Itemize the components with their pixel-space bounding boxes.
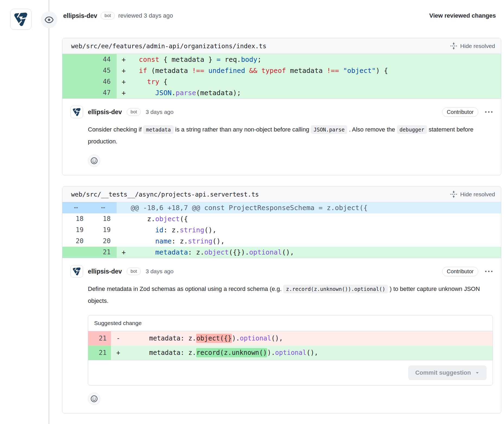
diff-marker — [117, 213, 131, 224]
new-line-number: 19 — [90, 224, 117, 236]
file-path-link[interactable]: web/src/__tests__/async/projects-api.ser… — [71, 191, 259, 198]
review-thread-card: web/src/ee/features/admin-api/organizati… — [62, 38, 501, 175]
contributor-badge: Contributor — [442, 267, 478, 276]
fold-icon — [450, 191, 457, 198]
code-line: const { metadata } = req.body; — [131, 54, 501, 65]
comment-author-name[interactable]: ellipsis-dev — [88, 108, 122, 116]
hide-resolved-button[interactable]: Hide resolved — [450, 191, 495, 198]
file-path-link[interactable]: web/src/ee/features/admin-api/organizati… — [71, 43, 266, 50]
timeline-line — [49, 0, 49, 424]
old-line-number: 18 — [62, 213, 90, 224]
diff-marker: + — [117, 54, 131, 65]
code-line: metadata: z.object({}).optional(), — [126, 331, 493, 346]
diff-marker: + — [117, 87, 131, 98]
code-line: metadata: z.object({}).optional(), — [131, 247, 501, 258]
ellipsis-logo-icon — [72, 267, 81, 276]
kebab-icon — [485, 111, 493, 113]
diff-marker: - — [111, 331, 126, 346]
comment-timestamp[interactable]: 3 days ago — [146, 268, 174, 275]
comment-menu-button[interactable] — [485, 111, 493, 113]
diff-line: 45 + if (metadata !== undefined && typeo… — [62, 65, 501, 76]
diff-line: 18 18 z.object({ — [62, 213, 501, 224]
new-line-number: 20 — [90, 236, 117, 247]
review-thread-card: web/src/__tests__/async/projects-api.ser… — [62, 186, 501, 413]
diff-line: 19 19 id: z.string(), — [62, 224, 501, 236]
new-line-number: 18 — [90, 213, 117, 224]
diff-marker: + — [111, 346, 126, 360]
thread-file-header: web/src/ee/features/admin-api/organizati… — [62, 38, 501, 54]
code-line: metadata: z.record(z.unknown()).optional… — [126, 346, 493, 360]
old-line-number — [62, 65, 90, 76]
code-line: if (metadata !== undefined && typeof met… — [131, 65, 501, 76]
hide-resolved-label: Hide resolved — [460, 43, 495, 49]
suggested-change-title: Suggested change — [88, 315, 493, 331]
comment-timestamp[interactable]: 3 days ago — [146, 109, 174, 115]
code-line: JSON.parse(metadata); — [131, 87, 501, 98]
comment-body: Define metadata in Zod schemas as option… — [88, 283, 493, 307]
add-reaction-button[interactable] — [88, 393, 100, 405]
diff-line: 20 20 name: z.string(), — [62, 236, 501, 247]
fold-icon — [450, 42, 457, 50]
line-number: 21 — [88, 331, 111, 346]
review-threads: web/src/ee/features/admin-api/organizati… — [62, 38, 501, 413]
diff-block: ⋯ ⋯ @@ -18,6 +18,7 @@ const ProjectRespo… — [62, 202, 501, 258]
old-line-number — [62, 76, 90, 87]
old-line-number: 19 — [62, 224, 90, 236]
diff-line: 21 + metadata: z.object({}).optional(), — [62, 247, 501, 258]
hide-resolved-label: Hide resolved — [460, 191, 495, 198]
comment-menu-button[interactable] — [485, 270, 493, 273]
smiley-icon — [90, 395, 98, 403]
caret-down-icon — [475, 371, 480, 375]
reviewer-avatar[interactable] — [10, 9, 31, 30]
comment-author-name[interactable]: ellipsis-dev — [88, 268, 122, 275]
comment-body: Consider checking if metadata is a strin… — [88, 124, 493, 147]
new-line-number: 47 — [90, 87, 117, 98]
comment-author-avatar[interactable] — [71, 106, 83, 118]
diff-marker: + — [117, 247, 131, 258]
bot-badge: bot — [101, 12, 115, 20]
kebab-icon — [485, 270, 493, 273]
code-line: name: z.string(), — [131, 236, 501, 247]
review-eye-badge — [41, 11, 58, 28]
diff-line: 47 + JSON.parse(metadata); — [62, 87, 501, 98]
old-line-number — [62, 247, 90, 258]
thread-file-header: web/src/__tests__/async/projects-api.ser… — [62, 187, 501, 202]
expand-dots-icon[interactable]: ⋯ — [62, 202, 90, 213]
eye-icon — [44, 15, 54, 24]
diff-marker — [117, 236, 131, 247]
commit-suggestion-label: Commit suggestion — [415, 369, 471, 376]
ellipsis-logo-icon — [72, 107, 81, 117]
review-comment: ellipsis-dev bot 3 days ago Contributor … — [62, 258, 501, 413]
review-action-text: reviewed 3 days ago — [118, 12, 173, 19]
old-line-number: 20 — [62, 236, 90, 247]
diff-marker: + — [117, 65, 131, 76]
smiley-icon — [90, 157, 98, 165]
comment-author-avatar[interactable] — [71, 265, 83, 278]
hide-resolved-button[interactable]: Hide resolved — [450, 42, 495, 50]
review-header: ellipsis-dev bot reviewed 3 days ago Vie… — [0, 0, 504, 31]
bot-badge: bot — [127, 108, 141, 116]
code-line: try { — [131, 76, 501, 87]
new-line-number: 45 — [90, 65, 117, 76]
old-line-number — [62, 54, 90, 65]
ellipsis-logo-icon — [13, 11, 29, 27]
view-reviewed-changes-link[interactable]: View reviewed changes — [429, 12, 496, 19]
diff-marker — [117, 224, 131, 236]
code-line: id: z.string(), — [131, 224, 501, 236]
new-line-number: 21 — [90, 247, 117, 258]
expand-dots-icon[interactable]: ⋯ — [90, 202, 117, 213]
suggested-change-block: Suggested change 21 - metadata: z.object… — [88, 315, 493, 386]
diff-block: 44 + const { metadata } = req.body; 45 +… — [62, 54, 501, 98]
reviewer-name[interactable]: ellipsis-dev — [63, 12, 97, 20]
review-comment: ellipsis-dev bot 3 days ago Contributor … — [62, 98, 501, 175]
contributor-badge: Contributor — [442, 107, 478, 117]
commit-suggestion-button[interactable]: Commit suggestion — [408, 365, 487, 380]
new-line-number: 46 — [90, 76, 117, 87]
new-line-number: 44 — [90, 54, 117, 65]
add-reaction-button[interactable] — [88, 155, 100, 167]
code-line: z.object({ — [131, 213, 501, 224]
suggestion-addition-line: 21 + metadata: z.record(z.unknown()).opt… — [88, 346, 493, 360]
line-number: 21 — [88, 346, 111, 360]
diff-line: 44 + const { metadata } = req.body; — [62, 54, 501, 65]
hunk-header-line: ⋯ ⋯ @@ -18,6 +18,7 @@ const ProjectRespo… — [62, 202, 501, 213]
